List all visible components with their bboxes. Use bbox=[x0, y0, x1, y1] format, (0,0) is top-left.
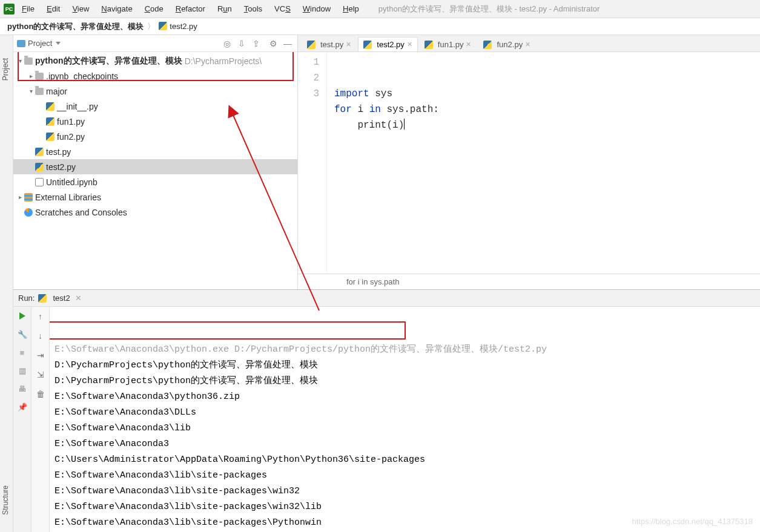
hide-panel-icon[interactable]: — bbox=[282, 38, 294, 50]
close-icon[interactable]: ✕ bbox=[75, 294, 82, 303]
console-line: E:\Software\Anaconda3\python36.zip bbox=[55, 392, 240, 402]
python-file-icon bbox=[46, 102, 55, 111]
run-console[interactable]: E:\Software\Anaconda3\python.exe D:/Pych… bbox=[50, 307, 760, 532]
editor-tab-fun1[interactable]: fun1.py✕ bbox=[419, 37, 477, 51]
run-button[interactable] bbox=[17, 310, 28, 321]
code-editor[interactable]: 123 import sys for i in sys.path: print(… bbox=[298, 52, 760, 274]
scroll-to-end-icon[interactable]: ⇲ bbox=[35, 369, 47, 381]
collapse-all-icon[interactable]: ⇪ bbox=[250, 38, 262, 50]
menu-code[interactable]: Code bbox=[140, 3, 168, 15]
project-panel-header: Project ◎ ⇩ ⇪ ⚙ — bbox=[13, 35, 297, 52]
editor-tab-test[interactable]: test.py✕ bbox=[302, 37, 357, 51]
menu-window[interactable]: Window bbox=[298, 3, 335, 15]
console-line: E:\Software\Anaconda3 bbox=[55, 439, 169, 449]
project-view-icon bbox=[17, 40, 25, 47]
console-line: E:\Software\Anaconda3\lib\site-packages bbox=[55, 470, 267, 481]
chevron-down-icon[interactable] bbox=[56, 42, 61, 45]
editor-tab-fun2[interactable]: fun2.py✕ bbox=[478, 37, 536, 51]
tree-external-libraries: External Libraries bbox=[35, 192, 101, 202]
pin-icon[interactable]: 📌 bbox=[17, 401, 28, 412]
console-line: E:\Software\Anaconda3\lib\site-packages\… bbox=[55, 486, 300, 496]
editor-tabs: test.py✕ test2.py✕ fun1.py✕ fun2.py✕ bbox=[298, 35, 760, 52]
editor-breadcrumb: for i in sys.path bbox=[298, 274, 760, 289]
close-icon[interactable]: ✕ bbox=[466, 41, 471, 48]
console-line: D:\PycharmProjects\python的文件读写、异常值处理、模块 bbox=[55, 360, 318, 370]
run-inner-toolbar: ↑ ↓ ⇥ ⇲ 🗑 bbox=[31, 307, 50, 532]
menu-tools[interactable]: Tools bbox=[239, 3, 267, 15]
window-title: python的文件读写、异常值处理、模块 - test2.py - Admini… bbox=[378, 4, 600, 15]
menu-edit[interactable]: Edit bbox=[42, 3, 65, 15]
menu-view[interactable]: View bbox=[67, 3, 94, 15]
text-cursor bbox=[404, 119, 405, 130]
python-file-icon bbox=[35, 148, 44, 156]
menu-help[interactable]: Help bbox=[338, 3, 364, 15]
console-line: C:\Users\Administrator\AppData\Roaming\P… bbox=[55, 455, 425, 465]
project-tree[interactable]: ▾python的文件读写、异常值处理、模块D:\PycharmProjects\… bbox=[13, 52, 297, 289]
pycharm-logo-icon: PC bbox=[4, 4, 15, 15]
external-libraries-icon bbox=[24, 193, 33, 202]
sidebar-tab-structure[interactable]: Structure bbox=[0, 481, 11, 520]
close-icon[interactable]: ✕ bbox=[407, 41, 412, 48]
tree-item-fun1: fun1.py bbox=[57, 117, 85, 126]
menu-bar: PC File Edit View Navigate Code Refactor… bbox=[0, 0, 760, 18]
console-line: E:\Software\Anaconda3\python.exe D:/Pych… bbox=[55, 344, 547, 355]
python-file-icon bbox=[425, 41, 433, 49]
soft-wrap-icon[interactable]: ⇥ bbox=[35, 349, 47, 361]
project-tool-window: Project ◎ ⇩ ⇪ ⚙ — ▾python的文件读写、异常值处理、模块D… bbox=[13, 35, 298, 289]
run-panel-label: Run: bbox=[18, 294, 35, 303]
down-arrow-icon[interactable]: ↓ bbox=[35, 330, 47, 342]
python-file-icon bbox=[35, 163, 44, 171]
tree-item-ipynb: .ipynb_checkpoints bbox=[46, 71, 118, 81]
left-gutter: Project Structure bbox=[0, 35, 13, 532]
watermark-text: https://blog.csdn.net/qq_41375318 bbox=[632, 514, 753, 530]
locate-icon[interactable]: ◎ bbox=[221, 38, 233, 50]
tree-item-test: test.py bbox=[46, 147, 71, 157]
print-icon[interactable]: 🖶 bbox=[17, 383, 28, 394]
menu-navigate[interactable]: Navigate bbox=[96, 3, 137, 15]
python-file-icon bbox=[483, 41, 492, 49]
menu-vcs[interactable]: VCS bbox=[269, 3, 296, 15]
gear-icon[interactable]: ⚙ bbox=[267, 38, 279, 50]
menu-file[interactable]: File bbox=[17, 3, 39, 15]
chevron-right-icon: 〉 bbox=[147, 21, 155, 32]
console-line: E:\Software\Anaconda3\lib\site-packages\… bbox=[55, 517, 322, 528]
up-arrow-icon[interactable]: ↑ bbox=[35, 310, 47, 323]
stop-button[interactable]: ■ bbox=[17, 347, 28, 358]
python-file-icon bbox=[307, 41, 316, 49]
line-number-gutter: 123 bbox=[298, 52, 327, 274]
sidebar-tab-project[interactable]: Project bbox=[0, 53, 11, 85]
console-line: E:\Software\Anaconda3\DLLs bbox=[55, 407, 196, 418]
tree-item-init: __init__.py bbox=[57, 102, 98, 111]
tree-scratches: Scratches and Consoles bbox=[35, 208, 127, 217]
console-line: E:\Software\Anaconda3\lib bbox=[55, 423, 191, 433]
folder-icon bbox=[24, 57, 33, 65]
breadcrumb-file[interactable]: test2.py bbox=[159, 22, 197, 31]
breadcrumb-project[interactable]: python的文件读写、异常值处理、模块 bbox=[7, 21, 144, 32]
close-icon[interactable]: ✕ bbox=[525, 41, 530, 48]
folder-icon bbox=[35, 73, 44, 80]
menu-run[interactable]: Run bbox=[213, 3, 237, 15]
breadcrumb: python的文件读写、异常值处理、模块 〉 test2.py bbox=[0, 18, 760, 35]
project-panel-title[interactable]: Project bbox=[28, 39, 52, 48]
wrench-icon[interactable]: 🔧 bbox=[17, 329, 28, 340]
python-file-icon bbox=[46, 117, 55, 126]
menu-refactor[interactable]: Refactor bbox=[171, 3, 210, 15]
notebook-file-icon bbox=[35, 178, 44, 186]
scratches-icon bbox=[24, 208, 33, 217]
expand-all-icon[interactable]: ⇩ bbox=[236, 38, 248, 50]
folder-icon bbox=[35, 88, 44, 95]
python-file-icon bbox=[363, 41, 372, 49]
tree-item-untitled: Untitled.ipynb bbox=[46, 177, 97, 187]
python-file-icon bbox=[159, 22, 167, 30]
console-line: E:\Software\Anaconda3\lib\site-packages\… bbox=[55, 502, 322, 512]
editor-tab-test2[interactable]: test2.py✕ bbox=[358, 37, 418, 51]
layout-icon[interactable]: ▥ bbox=[17, 365, 28, 376]
editor-panel: test.py✕ test2.py✕ fun1.py✕ fun2.py✕ 123… bbox=[298, 35, 760, 289]
clear-icon[interactable]: 🗑 bbox=[35, 388, 47, 400]
run-config-name[interactable]: test2 bbox=[53, 294, 70, 303]
close-icon[interactable]: ✕ bbox=[346, 41, 351, 48]
python-file-icon bbox=[46, 133, 55, 141]
tree-item-test2: test2.py bbox=[46, 162, 76, 172]
tree-item-major: major bbox=[46, 87, 67, 96]
run-tool-window: Run: test2 ✕ 🔧 ■ ▥ 🖶 📌 ↑ bbox=[13, 289, 760, 532]
